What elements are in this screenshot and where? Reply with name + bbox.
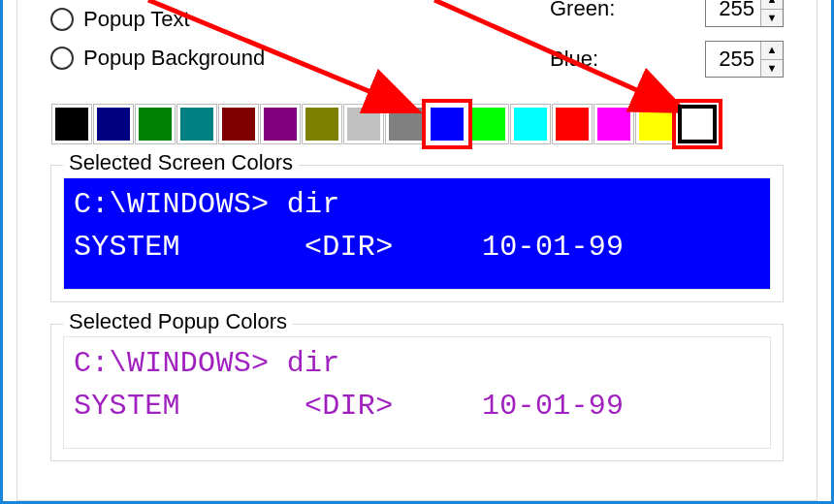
radio-icon (50, 8, 74, 31)
console-line: SYSTEM <DIR> 10-01-99 (74, 386, 760, 428)
blue-input[interactable] (706, 42, 760, 77)
green-label: Green: (550, 0, 705, 21)
radio-popup-text-label: Popup Text (83, 7, 190, 32)
console-line: C:\WINDOWS> dir (74, 343, 760, 386)
popup-colors-legend: Selected Popup Colors (63, 309, 293, 334)
spinner-up-icon[interactable]: ▲ (761, 42, 783, 60)
popup-colors-preview: C:\WINDOWS> dir SYSTEM <DIR> 10-01-99 (63, 336, 771, 449)
spinner-down-icon[interactable]: ▼ (761, 60, 783, 78)
color-swatch-yellow[interactable] (636, 105, 675, 143)
selected-screen-colors-group: Selected Screen Colors C:\WINDOWS> dir S… (50, 165, 784, 302)
color-swatch-green[interactable] (136, 105, 175, 143)
color-swatch-aqua[interactable] (511, 105, 550, 143)
green-input[interactable] (706, 0, 760, 26)
colors-panel: Popup Text Popup Background Green: ▲ ▼ (16, 0, 818, 501)
properties-tab-panel: Popup Text Popup Background Green: ▲ ▼ (0, 0, 834, 504)
spinner-up-icon[interactable]: ▲ (761, 0, 783, 10)
rgb-value-group: Green: ▲ ▼ Blue: ▲ (550, 0, 784, 78)
radio-popup-background[interactable]: Popup Background (50, 39, 550, 78)
color-swatch-lime[interactable] (469, 105, 508, 143)
color-swatch-gray[interactable] (386, 105, 425, 143)
console-line: C:\WINDOWS> dir (74, 184, 760, 227)
color-target-radio-group: Popup Text Popup Background (50, 0, 550, 78)
blue-label: Blue: (550, 47, 705, 72)
color-palette (50, 105, 784, 143)
color-swatch-red[interactable] (553, 105, 592, 143)
color-swatch-blue[interactable] (428, 105, 466, 143)
green-spinner[interactable]: ▲ ▼ (705, 0, 784, 27)
color-swatch-black[interactable] (52, 105, 91, 143)
console-line: SYSTEM <DIR> 10-01-99 (74, 227, 760, 269)
radio-popup-background-label: Popup Background (83, 46, 265, 71)
screen-colors-legend: Selected Screen Colors (63, 150, 299, 175)
color-swatch-navy[interactable] (94, 105, 133, 143)
color-swatch-white[interactable] (678, 105, 717, 143)
color-swatch-fuchsia[interactable] (594, 105, 633, 143)
color-swatch-purple[interactable] (261, 105, 300, 143)
selected-popup-colors-group: Selected Popup Colors C:\WINDOWS> dir SY… (50, 324, 784, 461)
radio-popup-text[interactable]: Popup Text (50, 0, 550, 39)
color-swatch-silver[interactable] (344, 105, 383, 143)
radio-icon (50, 47, 74, 70)
color-swatch-olive[interactable] (303, 105, 341, 143)
color-swatch-teal[interactable] (177, 105, 216, 143)
screen-colors-preview: C:\WINDOWS> dir SYSTEM <DIR> 10-01-99 (63, 177, 771, 290)
color-swatch-maroon[interactable] (219, 105, 258, 143)
spinner-down-icon[interactable]: ▼ (761, 10, 783, 27)
blue-spinner[interactable]: ▲ ▼ (705, 41, 784, 78)
